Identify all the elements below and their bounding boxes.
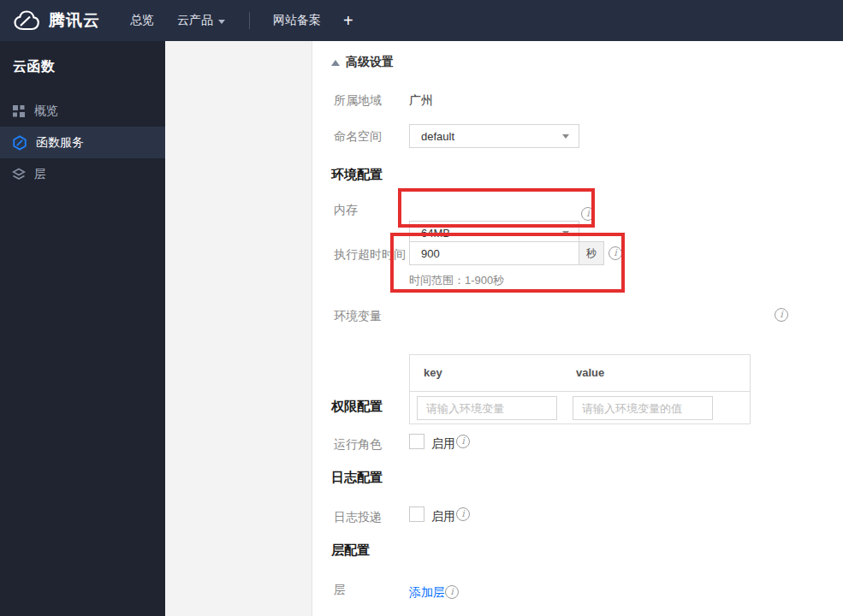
triangle-up-icon	[331, 60, 340, 66]
nav-add-tab-button[interactable]: +	[343, 11, 353, 31]
grid-icon	[12, 104, 26, 118]
namespace-label: 命名空间	[334, 129, 382, 145]
layer-info-icon[interactable]: i	[445, 585, 459, 599]
env-value-input[interactable]	[573, 396, 713, 420]
region-value: 广州	[409, 93, 433, 109]
top-navigation-bar: 腾讯云 总览 云产品 网站备案 +	[0, 0, 843, 41]
section-log-config: 日志配置	[331, 470, 383, 486]
section-environment-config: 环境配置	[331, 167, 383, 183]
timeout-label: 执行超时时间	[334, 247, 406, 263]
env-vars-label: 环境变量	[334, 309, 382, 324]
nav-divider	[249, 12, 250, 29]
nav-cloud-products[interactable]: 云产品	[177, 13, 225, 28]
top-nav-menu: 总览 云产品 网站备案 +	[100, 11, 353, 31]
run-role-enable-label: 启用	[431, 436, 455, 452]
env-vars-info-icon[interactable]: i	[775, 308, 788, 322]
timeout-range-hint: 时间范围：1-900秒	[409, 273, 504, 288]
memory-info-icon[interactable]: i	[581, 207, 595, 221]
sidebar-item-label: 函数服务	[36, 135, 84, 151]
layer-label: 层	[334, 583, 346, 598]
nav-overview[interactable]: 总览	[130, 13, 154, 28]
section-permission-config: 权限配置	[331, 399, 383, 415]
nav-cloud-products-label: 云产品	[177, 13, 213, 28]
log-delivery-info-icon[interactable]: i	[456, 507, 470, 521]
table-divider	[410, 391, 750, 392]
sidebar-item-function-service[interactable]: 函数服务	[0, 127, 165, 158]
sidebar-item-label: 层	[34, 167, 46, 182]
sidebar: 云函数 概览 函数服务 层	[0, 41, 165, 616]
namespace-select[interactable]: default	[409, 124, 579, 148]
run-role-enable-checkbox[interactable]	[409, 434, 424, 449]
env-key-input[interactable]	[417, 396, 557, 420]
memory-selected-value: 64MB	[421, 227, 450, 240]
env-vars-table: key value	[409, 354, 751, 424]
sidebar-item-label: 概览	[34, 104, 58, 119]
nav-website-record[interactable]: 网站备案	[273, 13, 321, 28]
env-value-header: value	[576, 366, 604, 379]
timeout-unit-suffix: 秒	[579, 241, 604, 265]
layers-icon	[12, 168, 26, 181]
memory-label: 内存	[334, 203, 358, 218]
timeout-info-icon[interactable]: i	[609, 246, 622, 260]
chevron-down-icon	[562, 134, 569, 139]
page-background-column	[165, 41, 312, 616]
section-layer-config: 层配置	[331, 542, 370, 559]
add-layer-link[interactable]: 添加层	[409, 585, 445, 601]
run-role-label: 运行角色	[334, 437, 382, 453]
timeout-input[interactable]	[409, 241, 579, 265]
namespace-selected-value: default	[421, 130, 454, 143]
sidebar-item-layers[interactable]: 层	[0, 158, 165, 190]
timeout-input-group: 秒	[409, 241, 604, 265]
log-delivery-label: 日志投递	[334, 510, 382, 525]
scf-hexagon-icon	[12, 135, 27, 151]
log-delivery-enable-label: 启用	[431, 509, 455, 524]
sidebar-item-overview[interactable]: 概览	[0, 95, 165, 127]
chevron-down-icon	[562, 231, 569, 235]
env-key-header: key	[424, 366, 442, 379]
tencent-cloud-logo-icon[interactable]	[12, 9, 41, 32]
log-delivery-enable-checkbox[interactable]	[409, 506, 424, 522]
run-role-info-icon[interactable]: i	[456, 435, 470, 448]
chevron-down-icon	[218, 20, 225, 24]
sidebar-product-title: 云函数	[0, 41, 165, 76]
function-config-panel: 高级设置 所属地域 广州 命名空间 default 环境配置 内存 64MB i…	[312, 41, 843, 616]
advanced-settings-toggle[interactable]: 高级设置	[331, 55, 394, 70]
brand-name[interactable]: 腾讯云	[49, 9, 100, 32]
region-label: 所属地域	[334, 93, 382, 109]
advanced-settings-label: 高级设置	[346, 55, 394, 70]
